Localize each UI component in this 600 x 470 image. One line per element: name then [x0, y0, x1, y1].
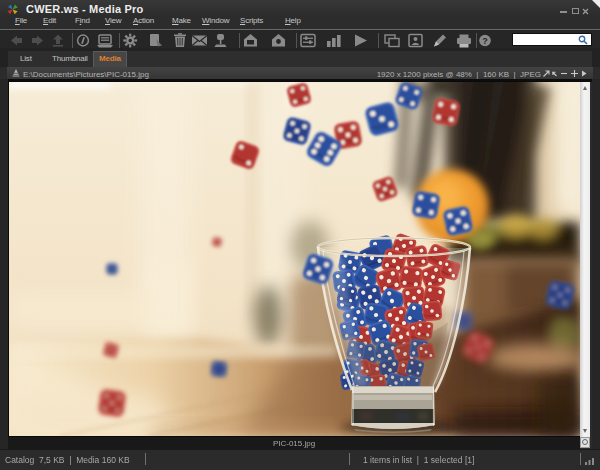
svg-text:?: ? — [482, 36, 488, 46]
